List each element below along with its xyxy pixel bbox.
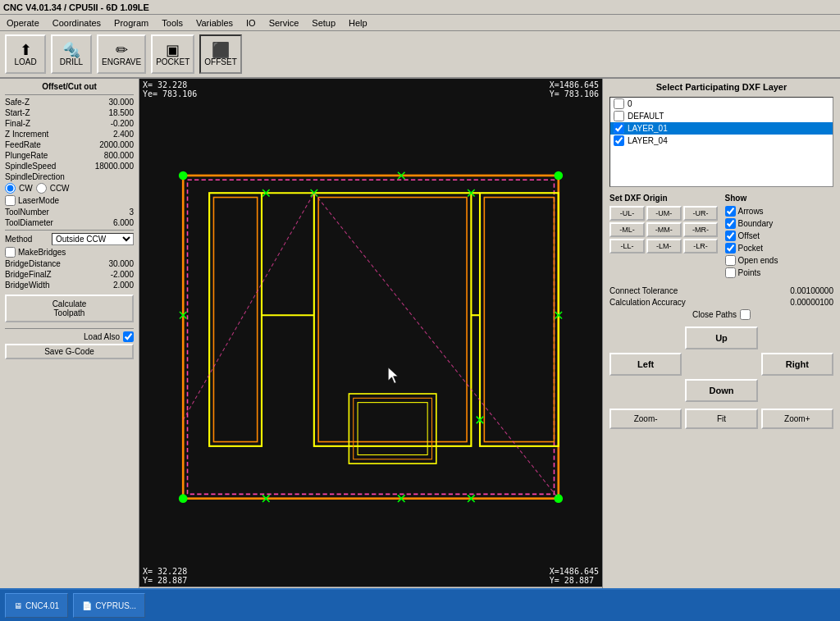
show-boundary-checkbox[interactable]	[725, 218, 736, 229]
origin-mm-button[interactable]: -MM-	[646, 222, 682, 237]
method-select[interactable]: Outside CCW Inside CW Outside CW Inside …	[52, 233, 134, 245]
safe-z-label: Safe-Z	[5, 98, 30, 107]
layer-0-name: 0	[628, 99, 632, 108]
origin-ul-button[interactable]: -UL-	[609, 206, 645, 221]
origin-lr-button[interactable]: -LR-	[683, 239, 719, 253]
layer-list[interactable]: 0 DEFAULT LAYER_01 LAYER_04	[609, 97, 833, 187]
method-label: Method	[5, 235, 32, 244]
layer-04-name: LAYER_04	[628, 136, 668, 145]
bridge-finalz-row: BridgeFinalZ -2.000	[5, 270, 134, 279]
calculate-toolpath-button[interactable]: CalculateToolpath	[5, 295, 134, 322]
canvas-coords-bottomleft: X= 32.228Y= 28.887	[143, 567, 187, 585]
nav-center	[685, 353, 757, 376]
nav-left-button[interactable]: Left	[609, 353, 682, 376]
title-text: CNC V4.01.34 / CPU5II - 6D 1.09LE	[3, 2, 149, 12]
nav-right-button[interactable]: Right	[761, 353, 833, 376]
svg-point-6	[554, 494, 563, 503]
zoom-minus-button[interactable]: Zoom-	[609, 409, 682, 429]
show-points-checkbox[interactable]	[725, 267, 736, 278]
save-gcode-button[interactable]: Save G-Code	[5, 344, 134, 359]
start-z-label: Start-Z	[5, 108, 30, 117]
menu-help[interactable]: Help	[342, 16, 374, 30]
layer-default-checkbox[interactable]	[614, 111, 624, 121]
nav-down-button[interactable]: Down	[685, 379, 757, 402]
spindle-direction-row: SpindleDirection	[5, 172, 134, 181]
layer-item-01[interactable]: LAYER_01	[610, 122, 833, 135]
svg-point-5	[179, 494, 188, 503]
engrave-button[interactable]: ✏ ENGRAVE	[97, 34, 146, 74]
spindle-cw-radio[interactable]	[5, 183, 16, 194]
show-openends-row: Open ends	[725, 255, 834, 266]
canvas-area[interactable]: X= 32.228Ye= 783.106 X=1486.645Y= 783.10…	[139, 79, 602, 596]
fit-button[interactable]: Fit	[685, 409, 757, 429]
origin-ml-button[interactable]: -ML-	[609, 222, 645, 237]
section-title: Offset/Cut out	[5, 82, 134, 91]
nav-up-button[interactable]: Up	[685, 326, 757, 349]
tool-number-row: ToolNumber 3	[5, 208, 134, 217]
origin-lm-button[interactable]: -LM-	[646, 239, 682, 253]
offset-button[interactable]: ⬛ OFFSET	[199, 34, 241, 74]
canvas-coords-bottomright: X=1486.645Y= 28.887	[550, 567, 599, 585]
origin-um-button[interactable]: -UM-	[646, 206, 682, 221]
layer-04-checkbox[interactable]	[614, 135, 624, 146]
zoom-row: Zoom- Fit Zoom+	[609, 409, 833, 429]
bridge-width-row: BridgeWidth 2.000	[5, 281, 134, 290]
make-bridges-label: MakeBridges	[18, 248, 66, 257]
menu-operate[interactable]: Operate	[0, 16, 46, 30]
z-increment-value: 2.400	[113, 130, 134, 139]
offset-label: OFFSET	[204, 57, 236, 66]
layer-0-checkbox[interactable]	[614, 98, 624, 109]
make-bridges-checkbox[interactable]	[5, 247, 16, 258]
layer-default-name: DEFAULT	[628, 112, 664, 121]
nav-empty-bl	[609, 379, 682, 402]
drill-button[interactable]: 🔩 DRILL	[51, 34, 92, 74]
layer-01-checkbox[interactable]	[614, 123, 624, 134]
calculation-accuracy-row: Calculation Accuracy 0.00000100	[609, 298, 833, 307]
taskbar-cyprus-label: CYPRUS...	[95, 601, 136, 610]
plungerate-label: PlungeRate	[5, 151, 48, 160]
zoom-plus-button[interactable]: Zoom+	[761, 409, 833, 429]
menu-coordinates[interactable]: Coordinates	[46, 16, 107, 30]
show-openends-label: Open ends	[738, 256, 778, 265]
origin-ll-button[interactable]: -LL-	[609, 239, 645, 253]
z-increment-label: Z Increment	[5, 130, 48, 139]
menu-variables[interactable]: Variables	[189, 16, 240, 30]
close-paths-checkbox[interactable]	[740, 309, 751, 320]
right-panel-title: Select Participating DXF Layer	[609, 82, 833, 92]
menu-bar: Operate Coordinates Program Tools Variab…	[0, 15, 840, 31]
load-also-checkbox[interactable]	[123, 331, 134, 342]
spindle-speed-label: SpindleSpeed	[5, 162, 56, 171]
layer-item-default[interactable]: DEFAULT	[610, 110, 833, 122]
engrave-label: ENGRAVE	[102, 57, 141, 66]
start-z-row: Start-Z 18.500	[5, 108, 134, 117]
menu-io[interactable]: IO	[240, 16, 262, 30]
show-points-row: Points	[725, 267, 834, 278]
spindle-direction-options: CW CCW	[5, 183, 134, 194]
layer-item-04[interactable]: LAYER_04	[610, 135, 833, 147]
menu-setup[interactable]: Setup	[305, 16, 342, 30]
bridge-width-value: 2.000	[113, 281, 134, 290]
nav-empty-tr	[761, 326, 833, 349]
show-offset-checkbox[interactable]	[725, 231, 736, 241]
spindle-ccw-radio[interactable]	[36, 183, 47, 194]
feedrate-row: FeedRate 2000.000	[5, 140, 134, 149]
svg-point-3	[179, 171, 188, 180]
layer-item-0[interactable]: 0	[610, 98, 833, 110]
laser-mode-checkbox[interactable]	[5, 195, 16, 206]
pocket-icon: ▣	[166, 43, 180, 57]
menu-program[interactable]: Program	[107, 16, 155, 30]
bridge-distance-value: 30.000	[108, 259, 134, 268]
load-button[interactable]: ⬆ LOAD	[5, 34, 46, 74]
origin-mr-button[interactable]: -MR-	[683, 222, 719, 237]
show-openends-checkbox[interactable]	[725, 255, 736, 266]
close-paths-row: Close Paths	[609, 309, 833, 320]
origin-ur-button[interactable]: -UR-	[683, 206, 719, 221]
taskbar-cyprus[interactable]: 📄 CYPRUS...	[73, 593, 145, 618]
menu-tools[interactable]: Tools	[155, 16, 189, 30]
taskbar-cnc401[interactable]: 🖥 CNC4.01	[5, 593, 68, 618]
show-offset-label: Offset	[738, 231, 760, 240]
menu-service[interactable]: Service	[262, 16, 306, 30]
show-arrows-checkbox[interactable]	[725, 206, 736, 217]
show-pocket-checkbox[interactable]	[725, 243, 736, 253]
pocket-button[interactable]: ▣ POCKET	[151, 34, 194, 74]
